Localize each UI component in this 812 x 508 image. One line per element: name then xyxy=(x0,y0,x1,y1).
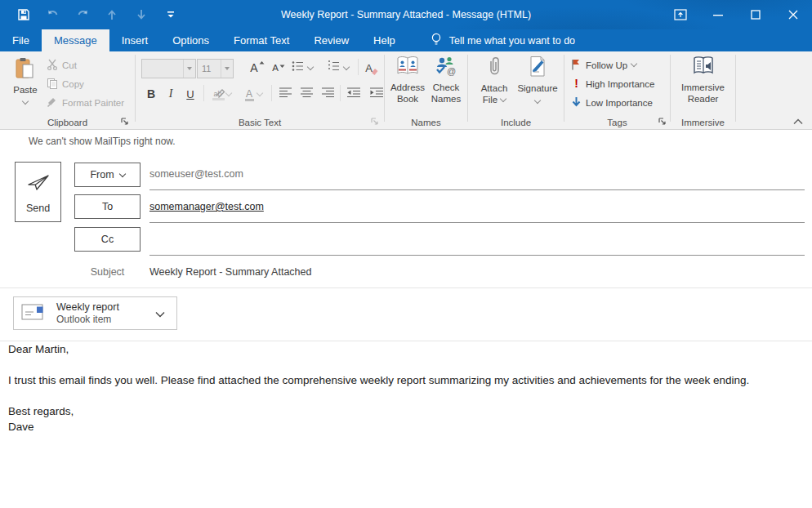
bullets-button[interactable] xyxy=(288,58,317,78)
subject-value[interactable]: Weekly Report - Summary Attached xyxy=(149,266,311,278)
align-right-button[interactable] xyxy=(318,84,337,104)
svg-text:@: @ xyxy=(447,66,456,76)
attachment-dropdown-icon[interactable] xyxy=(155,306,165,321)
numbering-icon xyxy=(328,60,340,75)
attachment-subtitle: Outlook item xyxy=(56,314,155,326)
increase-indent-icon xyxy=(370,87,383,101)
body-signature: Dave xyxy=(0,419,812,434)
tags-dialog-launcher-icon[interactable] xyxy=(657,116,667,127)
grow-font-button[interactable]: A xyxy=(247,58,268,78)
font-name-combobox[interactable] xyxy=(141,59,196,78)
cut-icon xyxy=(47,59,58,72)
group-clipboard: Paste Cut Copy Format Painter xyxy=(0,51,135,129)
bullets-dropdown-icon xyxy=(307,63,314,69)
group-names: Address Book @ Check Names Names xyxy=(385,51,467,129)
check-names-button[interactable]: @ Check Names xyxy=(427,56,465,105)
collapse-ribbon-icon[interactable] xyxy=(791,116,805,127)
address-book-icon xyxy=(395,56,420,79)
underline-button[interactable]: U xyxy=(181,84,199,104)
ribbon-display-options-icon[interactable] xyxy=(662,0,699,29)
signature-button[interactable]: Signature xyxy=(516,56,559,103)
highlight-button[interactable]: ab xyxy=(207,84,237,104)
move-down-icon[interactable] xyxy=(131,4,152,25)
font-size-dropdown-icon[interactable] xyxy=(221,60,233,78)
tab-file[interactable]: File xyxy=(0,29,42,51)
from-dropdown-icon xyxy=(118,170,125,176)
paste-icon xyxy=(15,57,36,84)
subject-label: Subject xyxy=(74,266,141,278)
window-controls xyxy=(662,0,812,29)
align-center-button[interactable] xyxy=(297,84,316,104)
attach-file-dropdown-icon xyxy=(500,95,506,101)
tab-insert[interactable]: Insert xyxy=(109,29,161,51)
font-size-combobox[interactable]: 11 xyxy=(197,59,234,78)
bold-button[interactable]: B xyxy=(142,84,160,104)
align-left-button[interactable] xyxy=(275,84,295,104)
low-importance-icon xyxy=(571,96,582,109)
immersive-reader-button[interactable]: Immersive Reader xyxy=(676,56,729,105)
decrease-indent-icon xyxy=(347,87,360,101)
numbering-button[interactable] xyxy=(323,58,353,78)
clipboard-dialog-launcher-icon[interactable] xyxy=(119,116,130,127)
font-name-dropdown-icon[interactable] xyxy=(183,60,195,78)
maximize-icon[interactable] xyxy=(737,0,774,29)
tab-message[interactable]: Message xyxy=(42,29,109,51)
cut-button[interactable]: Cut xyxy=(47,56,77,74)
high-importance-button[interactable]: ! High Importance xyxy=(571,75,654,92)
outlook-item-icon xyxy=(21,301,48,326)
outlook-message-window: Weekly Report - Summary Attached - Messa… xyxy=(0,0,812,508)
from-button[interactable]: From xyxy=(74,163,141,187)
group-label-clipboard: Clipboard xyxy=(0,118,135,127)
basic-text-dialog-launcher-icon[interactable] xyxy=(369,116,380,127)
cc-field-rule xyxy=(149,255,805,256)
copy-button[interactable]: Copy xyxy=(47,75,84,92)
font-color-icon: A xyxy=(246,88,252,100)
minimize-icon[interactable] xyxy=(699,0,737,29)
follow-up-button[interactable]: Follow Up xyxy=(571,56,636,74)
clear-formatting-button[interactable]: A xyxy=(361,58,382,78)
from-value[interactable]: someuser@test.com xyxy=(149,168,243,180)
message-body-editor[interactable]: Dear Martin, I trust this email finds yo… xyxy=(0,341,812,508)
attachment-title: Weekly report xyxy=(56,301,155,314)
paperclip-icon xyxy=(485,56,503,80)
follow-up-dropdown-icon xyxy=(631,60,637,67)
send-button[interactable]: Send xyxy=(15,162,61,222)
close-icon[interactable] xyxy=(774,0,812,29)
header-separator xyxy=(0,287,812,288)
font-color-dropdown-icon xyxy=(257,89,263,96)
tab-help[interactable]: Help xyxy=(361,29,408,51)
save-icon[interactable] xyxy=(13,4,34,25)
cc-button[interactable]: Cc xyxy=(74,227,141,252)
low-importance-button[interactable]: Low Importance xyxy=(571,94,653,111)
to-button[interactable]: To xyxy=(74,194,141,219)
titlebar: Weekly Report - Summary Attached - Messa… xyxy=(0,0,812,29)
tab-format-text[interactable]: Format Text xyxy=(221,29,301,51)
format-painter-icon xyxy=(47,96,58,109)
signature-icon xyxy=(528,56,547,80)
address-book-button[interactable]: Address Book xyxy=(389,56,426,105)
attachment-card[interactable]: Weekly report Outlook item xyxy=(13,296,177,330)
format-painter-button[interactable]: Format Painter xyxy=(47,94,124,111)
tell-me-box[interactable]: Tell me what you want to do xyxy=(408,29,575,51)
signature-dropdown-icon xyxy=(534,97,541,104)
tab-review[interactable]: Review xyxy=(301,29,361,51)
body-greeting: Dear Martin, xyxy=(0,341,812,357)
decrease-indent-button[interactable] xyxy=(343,84,364,104)
to-value[interactable]: somemanager@test.com xyxy=(149,201,264,212)
move-up-icon[interactable] xyxy=(101,4,123,25)
attach-file-button[interactable]: Attach File xyxy=(474,56,515,105)
paste-button[interactable]: Paste xyxy=(7,56,44,114)
italic-button[interactable]: I xyxy=(162,84,180,104)
ribbon: Paste Cut Copy Format Painter xyxy=(0,51,812,130)
redo-icon[interactable] xyxy=(72,4,93,25)
shrink-font-button[interactable]: A xyxy=(268,58,289,78)
undo-icon[interactable] xyxy=(42,4,64,25)
tab-options[interactable]: Options xyxy=(160,29,221,51)
customize-qat-icon[interactable] xyxy=(160,4,181,25)
font-color-button[interactable]: A xyxy=(239,84,269,104)
high-importance-icon: ! xyxy=(571,78,582,89)
lightbulb-icon xyxy=(431,33,442,49)
align-left-icon xyxy=(279,87,292,101)
group-tags: Follow Up ! High Importance Low Importan… xyxy=(564,51,670,129)
group-immersive: Immersive Reader Immersive xyxy=(671,51,735,129)
